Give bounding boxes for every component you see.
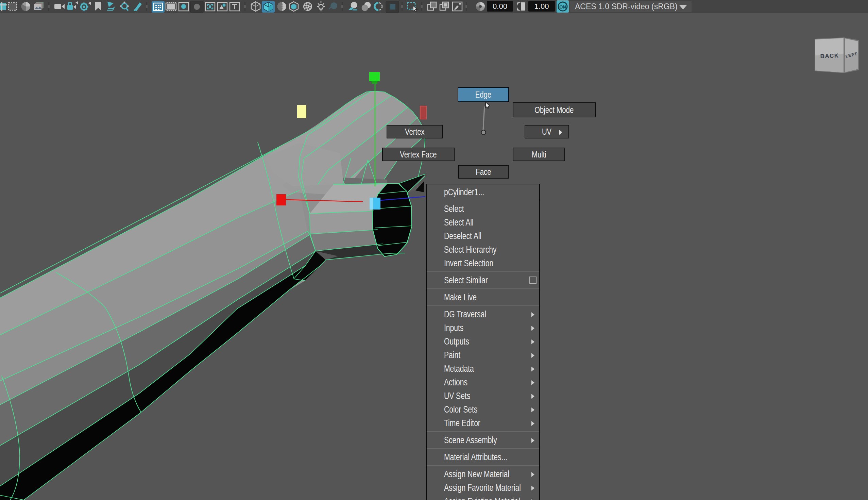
svg-text:ON: ON <box>559 4 566 10</box>
svg-text:BACK: BACK <box>820 53 839 59</box>
